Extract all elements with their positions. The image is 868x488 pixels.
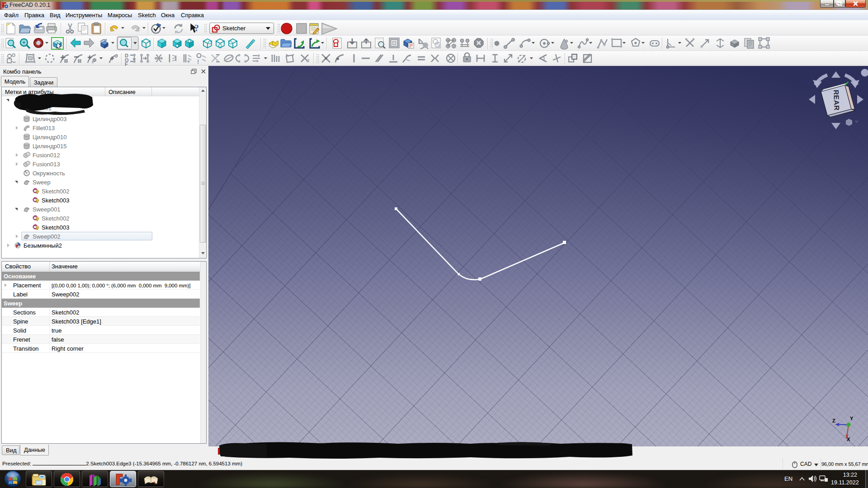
svg-text:Z: Z	[832, 418, 835, 423]
svg-text:?: ?	[194, 23, 199, 33]
svg-text:REAR: REAR	[832, 89, 841, 110]
svg-text:!: !	[197, 58, 199, 65]
svg-text:Y: Y	[850, 416, 854, 421]
svg-text:F: F	[125, 61, 128, 66]
svg-text:X: X	[847, 436, 850, 442]
